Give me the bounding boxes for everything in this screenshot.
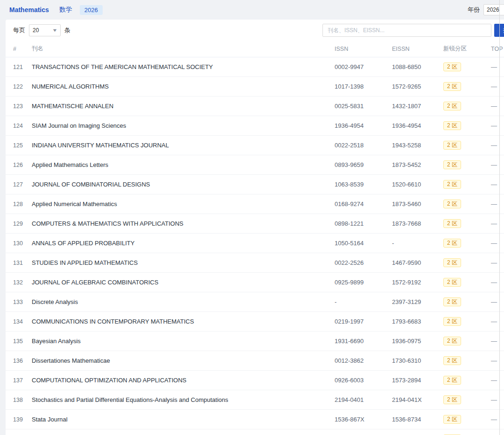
- eissn-value: 1536-8734: [386, 410, 438, 429]
- table-row[interactable]: 133Discrete Analysis-2397-31292 区—: [6, 292, 504, 312]
- search-input[interactable]: [322, 24, 491, 37]
- journal-name[interactable]: TRANSACTIONS OF THE AMERICAN MATHEMATICA…: [32, 57, 329, 77]
- eissn-value: 1873-7668: [386, 214, 438, 234]
- issn-value: 1063-8539: [329, 175, 386, 194]
- eissn-value: 1730-6310: [386, 351, 438, 371]
- issn-value: 0002-9947: [329, 57, 386, 77]
- issn-value: 1931-6690: [329, 331, 386, 351]
- table-row[interactable]: 136Dissertationes Mathematicae0012-38621…: [6, 351, 504, 371]
- top-value: —: [485, 97, 504, 116]
- nav-link-mathematics[interactable]: Mathematics: [9, 6, 49, 14]
- journal-table-card: 每页 20 ▼ 条 搜索 # 刊名 ISSN EISSN 新锐分区 TOP 12…: [6, 20, 504, 435]
- nav-link-shuxue[interactable]: 数学: [59, 6, 72, 14]
- table-row[interactable]: 135Bayesian Analysis1931-66901936-09752 …: [6, 331, 504, 351]
- issn-value: 0022-2518: [329, 136, 386, 155]
- table-row[interactable]: 124SIAM Journal on Imaging Sciences1936-…: [6, 116, 504, 136]
- top-value: —: [485, 253, 504, 273]
- row-index: 123: [6, 97, 32, 116]
- top-value: —: [485, 312, 504, 331]
- col-header-index: #: [6, 41, 32, 57]
- journal-name[interactable]: COMPUTERS & MATHEMATICS WITH APPLICATION…: [32, 214, 329, 234]
- top-value: —: [485, 390, 504, 410]
- zone-badge: 2 区: [443, 297, 461, 306]
- row-index: 134: [6, 312, 32, 331]
- table-row[interactable]: 121TRANSACTIONS OF THE AMERICAN MATHEMAT…: [6, 57, 504, 77]
- journal-name[interactable]: JOURNAL OF COMBINATORIAL DESIGNS: [32, 175, 329, 194]
- top-value: —: [485, 57, 504, 77]
- table-row[interactable]: 123MATHEMATISCHE ANNALEN0025-58311432-18…: [6, 97, 504, 116]
- journal-name[interactable]: Applied Numerical Mathematics: [32, 194, 329, 214]
- row-index: 136: [6, 351, 32, 371]
- eissn-value: 1520-6610: [386, 175, 438, 194]
- journal-name[interactable]: JOURNAL OF ALGEBRAIC COMBINATORICS: [32, 273, 329, 292]
- zone-badge: 2 区: [443, 337, 461, 345]
- zone-cell: 2 区: [438, 351, 485, 371]
- zone-badge: 2 区: [443, 356, 461, 365]
- journal-name[interactable]: Dissertationes Mathematicae: [32, 351, 329, 371]
- per-page-label: 每页: [13, 26, 25, 35]
- table-row[interactable]: 126Applied Mathematics Letters0893-96591…: [6, 155, 504, 175]
- journal-name[interactable]: Bayesian Analysis: [32, 331, 329, 351]
- zone-cell: 2 区: [438, 253, 485, 273]
- unit-label: 条: [64, 26, 70, 35]
- scrollbar[interactable]: [499, 0, 500, 435]
- chevron-down-icon: ▼: [52, 28, 57, 33]
- zone-badge: 2 区: [443, 82, 461, 91]
- table-row[interactable]: 130ANNALS OF APPLIED PROBABILITY1050-516…: [6, 234, 504, 253]
- eissn-value: 1864-8266: [386, 429, 438, 435]
- top-value: —: [485, 331, 504, 351]
- journal-name[interactable]: COMPUTATIONAL OPTIMIZATION AND APPLICATI…: [32, 371, 329, 390]
- top-value: —: [485, 429, 504, 435]
- top-value: —: [485, 214, 504, 234]
- year-filter-label: 年份: [468, 6, 480, 14]
- journal-name[interactable]: INDIANA UNIVERSITY MATHEMATICS JOURNAL: [32, 136, 329, 155]
- year-filter: 年份: [468, 4, 504, 15]
- zone-cell: 2 区: [438, 175, 485, 194]
- eissn-value: 1873-5452: [386, 155, 438, 175]
- journal-name[interactable]: STUDIES IN APPLIED MATHEMATICS: [32, 253, 329, 273]
- eissn-value: 1573-2894: [386, 371, 438, 390]
- row-index: 139: [6, 410, 32, 429]
- table-row[interactable]: 129COMPUTERS & MATHEMATICS WITH APPLICAT…: [6, 214, 504, 234]
- journal-name[interactable]: Discrete Analysis: [32, 292, 329, 312]
- zone-cell: 2 区: [438, 155, 485, 175]
- journal-name[interactable]: ANNALS OF APPLIED PROBABILITY: [32, 234, 329, 253]
- year-input[interactable]: [483, 4, 504, 15]
- zone-cell: 2 区: [438, 214, 485, 234]
- table-row[interactable]: 125INDIANA UNIVERSITY MATHEMATICS JOURNA…: [6, 136, 504, 155]
- journal-name[interactable]: Applied Mathematics Letters: [32, 155, 329, 175]
- table-row[interactable]: 122NUMERICAL ALGORITHMS1017-13981572-926…: [6, 77, 504, 97]
- journal-name[interactable]: Stochastics and Partial Differential Equ…: [32, 390, 329, 410]
- row-index: 126: [6, 155, 32, 175]
- journal-name[interactable]: Advances in Calculus of Variations: [32, 429, 329, 435]
- row-index: 122: [6, 77, 32, 97]
- top-value: —: [485, 234, 504, 253]
- zone-cell: 2 区: [438, 57, 485, 77]
- table-row[interactable]: 137COMPUTATIONAL OPTIMIZATION AND APPLIC…: [6, 371, 504, 390]
- journal-name[interactable]: MATHEMATISCHE ANNALEN: [32, 97, 329, 116]
- top-value: —: [485, 194, 504, 214]
- zone-badge: 2 区: [443, 278, 461, 287]
- row-index: 130: [6, 234, 32, 253]
- journal-name[interactable]: COMMUNICATIONS IN CONTEMPORARY MATHEMATI…: [32, 312, 329, 331]
- table-row[interactable]: 134COMMUNICATIONS IN CONTEMPORARY MATHEM…: [6, 312, 504, 331]
- journal-name[interactable]: SIAM Journal on Imaging Sciences: [32, 116, 329, 136]
- issn-value: 1017-1398: [329, 77, 386, 97]
- issn-value: 0898-1221: [329, 214, 386, 234]
- table-toolbar: 每页 20 ▼ 条 搜索: [6, 20, 504, 41]
- top-value: —: [485, 136, 504, 155]
- issn-value: 0025-5831: [329, 97, 386, 116]
- table-row[interactable]: 138Stochastics and Partial Differential …: [6, 390, 504, 410]
- journal-name[interactable]: Stata Journal: [32, 410, 329, 429]
- table-row[interactable]: 132JOURNAL OF ALGEBRAIC COMBINATORICS092…: [6, 273, 504, 292]
- table-row[interactable]: 131STUDIES IN APPLIED MATHEMATICS0022-25…: [6, 253, 504, 273]
- journal-name[interactable]: NUMERICAL ALGORITHMS: [32, 77, 329, 97]
- table-row[interactable]: 127JOURNAL OF COMBINATORIAL DESIGNS1063-…: [6, 175, 504, 194]
- table-row[interactable]: 139Stata Journal1536-867X1536-87342 区—: [6, 410, 504, 429]
- table-row[interactable]: 128Applied Numerical Mathematics0168-927…: [6, 194, 504, 214]
- year-tag[interactable]: 2026: [80, 5, 103, 15]
- zone-badge: 2 区: [443, 121, 461, 130]
- per-page-select[interactable]: 20 ▼: [29, 24, 61, 36]
- table-row[interactable]: 140Advances in Calculus of Variations186…: [6, 429, 504, 435]
- eissn-value: 1572-9192: [386, 273, 438, 292]
